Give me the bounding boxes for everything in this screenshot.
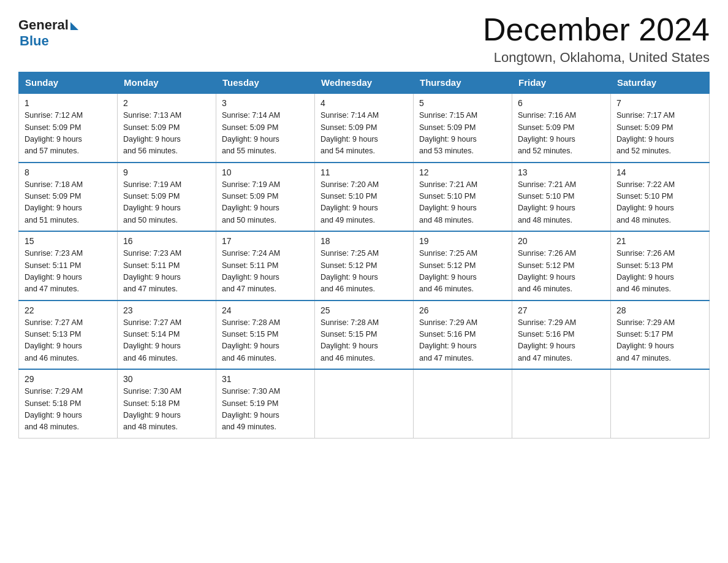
day-info: Sunrise: 7:28 AMSunset: 5:15 PMDaylight:… bbox=[320, 317, 408, 365]
calendar-cell: 9Sunrise: 7:19 AMSunset: 5:09 PMDaylight… bbox=[118, 163, 216, 232]
day-info: Sunrise: 7:30 AMSunset: 5:19 PMDaylight:… bbox=[222, 386, 309, 434]
day-info: Sunrise: 7:17 AMSunset: 5:09 PMDaylight:… bbox=[616, 110, 703, 158]
day-number: 18 bbox=[320, 236, 408, 246]
day-number: 28 bbox=[616, 305, 703, 315]
calendar-cell: 6Sunrise: 7:16 AMSunset: 5:09 PMDaylight… bbox=[512, 93, 611, 163]
day-number: 20 bbox=[518, 236, 605, 246]
calendar-cell: 4Sunrise: 7:14 AMSunset: 5:09 PMDaylight… bbox=[315, 93, 414, 163]
day-info: Sunrise: 7:21 AMSunset: 5:10 PMDaylight:… bbox=[419, 179, 506, 227]
day-number: 2 bbox=[123, 98, 210, 108]
calendar-subtitle: Longtown, Oklahoma, United States bbox=[483, 50, 710, 66]
day-number: 7 bbox=[616, 98, 703, 108]
day-number: 5 bbox=[419, 98, 506, 108]
calendar-cell: 21Sunrise: 7:26 AMSunset: 5:13 PMDayligh… bbox=[611, 231, 710, 301]
calendar-header: SundayMondayTuesdayWednesdayThursdayFrid… bbox=[19, 72, 710, 94]
calendar-cell: 18Sunrise: 7:25 AMSunset: 5:12 PMDayligh… bbox=[315, 231, 414, 301]
calendar-cell: 12Sunrise: 7:21 AMSunset: 5:10 PMDayligh… bbox=[414, 163, 512, 232]
day-info: Sunrise: 7:18 AMSunset: 5:09 PMDaylight:… bbox=[25, 179, 112, 227]
calendar-cell: 3Sunrise: 7:14 AMSunset: 5:09 PMDaylight… bbox=[216, 93, 315, 163]
column-header-saturday: Saturday bbox=[611, 72, 710, 94]
column-header-wednesday: Wednesday bbox=[315, 72, 414, 94]
day-info: Sunrise: 7:23 AMSunset: 5:11 PMDaylight:… bbox=[25, 248, 112, 296]
calendar-cell: 20Sunrise: 7:26 AMSunset: 5:12 PMDayligh… bbox=[512, 231, 611, 301]
day-info: Sunrise: 7:21 AMSunset: 5:10 PMDaylight:… bbox=[518, 179, 605, 227]
calendar-cell: 25Sunrise: 7:28 AMSunset: 5:15 PMDayligh… bbox=[315, 301, 414, 370]
day-number: 16 bbox=[123, 236, 210, 246]
title-block: December 2024 Longtown, Oklahoma, United… bbox=[483, 12, 710, 66]
day-info: Sunrise: 7:12 AMSunset: 5:09 PMDaylight:… bbox=[25, 110, 112, 158]
calendar-cell: 8Sunrise: 7:18 AMSunset: 5:09 PMDaylight… bbox=[19, 163, 118, 232]
day-info: Sunrise: 7:14 AMSunset: 5:09 PMDaylight:… bbox=[222, 110, 309, 158]
day-number: 14 bbox=[616, 167, 703, 177]
day-info: Sunrise: 7:22 AMSunset: 5:10 PMDaylight:… bbox=[616, 179, 703, 227]
day-number: 31 bbox=[222, 374, 309, 384]
calendar-cell bbox=[315, 369, 414, 438]
day-number: 8 bbox=[25, 167, 112, 177]
calendar-cell: 14Sunrise: 7:22 AMSunset: 5:10 PMDayligh… bbox=[611, 163, 710, 232]
calendar-cell: 5Sunrise: 7:15 AMSunset: 5:09 PMDaylight… bbox=[414, 93, 512, 163]
page-header: General Blue December 2024 Longtown, Okl… bbox=[18, 12, 710, 66]
calendar-cell: 30Sunrise: 7:30 AMSunset: 5:18 PMDayligh… bbox=[118, 369, 216, 438]
day-number: 22 bbox=[25, 305, 112, 315]
day-info: Sunrise: 7:15 AMSunset: 5:09 PMDaylight:… bbox=[419, 110, 506, 158]
calendar-cell bbox=[512, 369, 611, 438]
calendar-cell: 1Sunrise: 7:12 AMSunset: 5:09 PMDaylight… bbox=[19, 93, 118, 163]
calendar-cell: 24Sunrise: 7:28 AMSunset: 5:15 PMDayligh… bbox=[216, 301, 315, 370]
calendar-week-2: 8Sunrise: 7:18 AMSunset: 5:09 PMDaylight… bbox=[19, 163, 710, 232]
calendar-cell: 11Sunrise: 7:20 AMSunset: 5:10 PMDayligh… bbox=[315, 163, 414, 232]
day-info: Sunrise: 7:14 AMSunset: 5:09 PMDaylight:… bbox=[320, 110, 408, 158]
day-number: 26 bbox=[419, 305, 506, 315]
day-info: Sunrise: 7:27 AMSunset: 5:13 PMDaylight:… bbox=[25, 317, 112, 365]
day-info: Sunrise: 7:20 AMSunset: 5:10 PMDaylight:… bbox=[320, 179, 408, 227]
day-number: 19 bbox=[419, 236, 506, 246]
day-info: Sunrise: 7:19 AMSunset: 5:09 PMDaylight:… bbox=[222, 179, 309, 227]
day-info: Sunrise: 7:13 AMSunset: 5:09 PMDaylight:… bbox=[123, 110, 210, 158]
calendar-cell: 7Sunrise: 7:17 AMSunset: 5:09 PMDaylight… bbox=[611, 93, 710, 163]
day-info: Sunrise: 7:29 AMSunset: 5:17 PMDaylight:… bbox=[616, 317, 703, 365]
day-number: 11 bbox=[320, 167, 408, 177]
calendar-cell: 22Sunrise: 7:27 AMSunset: 5:13 PMDayligh… bbox=[19, 301, 118, 370]
day-info: Sunrise: 7:25 AMSunset: 5:12 PMDaylight:… bbox=[320, 248, 408, 296]
day-number: 13 bbox=[518, 167, 605, 177]
calendar-cell: 2Sunrise: 7:13 AMSunset: 5:09 PMDaylight… bbox=[118, 93, 216, 163]
day-info: Sunrise: 7:30 AMSunset: 5:18 PMDaylight:… bbox=[123, 386, 210, 434]
calendar-cell: 10Sunrise: 7:19 AMSunset: 5:09 PMDayligh… bbox=[216, 163, 315, 232]
calendar-week-4: 22Sunrise: 7:27 AMSunset: 5:13 PMDayligh… bbox=[19, 301, 710, 370]
day-info: Sunrise: 7:27 AMSunset: 5:14 PMDaylight:… bbox=[123, 317, 210, 365]
calendar-cell bbox=[611, 369, 710, 438]
calendar-cell: 26Sunrise: 7:29 AMSunset: 5:16 PMDayligh… bbox=[414, 301, 512, 370]
day-info: Sunrise: 7:26 AMSunset: 5:13 PMDaylight:… bbox=[616, 248, 703, 296]
day-number: 12 bbox=[419, 167, 506, 177]
calendar-cell: 28Sunrise: 7:29 AMSunset: 5:17 PMDayligh… bbox=[611, 301, 710, 370]
calendar-cell: 23Sunrise: 7:27 AMSunset: 5:14 PMDayligh… bbox=[118, 301, 216, 370]
calendar-cell: 19Sunrise: 7:25 AMSunset: 5:12 PMDayligh… bbox=[414, 231, 512, 301]
logo-icon: General Blue bbox=[18, 17, 78, 49]
column-header-tuesday: Tuesday bbox=[216, 72, 315, 94]
calendar-cell: 17Sunrise: 7:24 AMSunset: 5:11 PMDayligh… bbox=[216, 231, 315, 301]
day-info: Sunrise: 7:26 AMSunset: 5:12 PMDaylight:… bbox=[518, 248, 605, 296]
calendar-cell: 27Sunrise: 7:29 AMSunset: 5:16 PMDayligh… bbox=[512, 301, 611, 370]
day-info: Sunrise: 7:24 AMSunset: 5:11 PMDaylight:… bbox=[222, 248, 309, 296]
day-number: 10 bbox=[222, 167, 309, 177]
logo-general-text: General bbox=[18, 17, 69, 33]
day-number: 4 bbox=[320, 98, 408, 108]
day-number: 23 bbox=[123, 305, 210, 315]
column-header-monday: Monday bbox=[118, 72, 216, 94]
calendar-week-1: 1Sunrise: 7:12 AMSunset: 5:09 PMDaylight… bbox=[19, 93, 710, 163]
column-header-thursday: Thursday bbox=[414, 72, 512, 94]
day-number: 24 bbox=[222, 305, 309, 315]
day-number: 30 bbox=[123, 374, 210, 384]
day-number: 17 bbox=[222, 236, 309, 246]
day-number: 3 bbox=[222, 98, 309, 108]
calendar-title: December 2024 bbox=[483, 12, 710, 47]
day-number: 9 bbox=[123, 167, 210, 177]
column-header-sunday: Sunday bbox=[19, 72, 118, 94]
day-info: Sunrise: 7:23 AMSunset: 5:11 PMDaylight:… bbox=[123, 248, 210, 296]
day-number: 29 bbox=[25, 374, 112, 384]
calendar-cell: 29Sunrise: 7:29 AMSunset: 5:18 PMDayligh… bbox=[19, 369, 118, 438]
logo-blue-text: Blue bbox=[20, 33, 49, 49]
day-number: 27 bbox=[518, 305, 605, 315]
column-header-friday: Friday bbox=[512, 72, 611, 94]
calendar-week-5: 29Sunrise: 7:29 AMSunset: 5:18 PMDayligh… bbox=[19, 369, 710, 438]
day-number: 25 bbox=[320, 305, 408, 315]
